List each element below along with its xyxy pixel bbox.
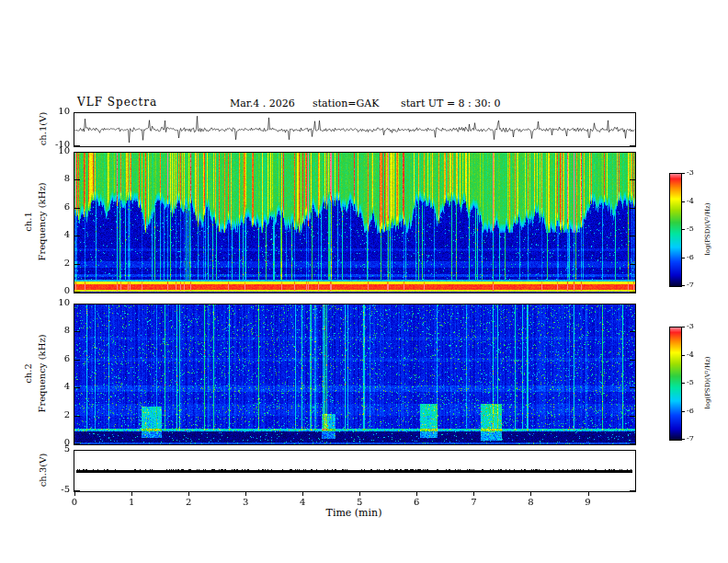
x-tick-label: 8 bbox=[521, 497, 540, 507]
y-tick-mark bbox=[74, 387, 80, 388]
colorbar-tick-mark bbox=[681, 258, 685, 259]
y-tick-mark bbox=[74, 331, 80, 332]
colorbar-ch2 bbox=[669, 327, 682, 441]
colorbar-ch1-label: log(PSD)(V²/Hz) bbox=[704, 203, 711, 256]
colorbar-tick-label: -7 bbox=[687, 281, 694, 289]
ch3-voltage-axis-label: ch.3(V) bbox=[38, 454, 48, 488]
x-tick-mark bbox=[302, 492, 303, 496]
colorbar-ch2-label: log(PSD)(V²/Hz) bbox=[704, 357, 711, 409]
colorbar-ch1-gradient bbox=[670, 174, 681, 286]
y-tick-mark bbox=[630, 416, 635, 417]
y-tick-label: 8 bbox=[44, 173, 70, 183]
y-tick-mark bbox=[630, 304, 635, 304]
colorbar-tick-mark bbox=[681, 201, 685, 202]
y-tick-mark bbox=[630, 152, 635, 153]
ch3-waveform-canvas bbox=[74, 451, 635, 491]
x-tick-mark bbox=[359, 492, 360, 496]
plot-title: VLF Spectra bbox=[77, 96, 157, 109]
ch3-waveform-panel bbox=[74, 450, 636, 492]
ch1-frequency-axis-label: Frequency (kHz) bbox=[37, 182, 47, 260]
plot-station: station=GAK bbox=[313, 98, 379, 109]
y-tick-label: 2 bbox=[44, 409, 70, 419]
y-tick-mark bbox=[74, 112, 80, 113]
plot-start-ut: start UT = 8 : 30: 0 bbox=[401, 98, 501, 109]
y-tick-mark bbox=[74, 360, 80, 361]
colorbar-tick-mark bbox=[681, 439, 685, 440]
x-tick-mark bbox=[588, 492, 589, 496]
ch2-spectrogram-canvas bbox=[74, 304, 635, 444]
y-tick-label: 4 bbox=[44, 229, 70, 239]
y-tick-label: 5 bbox=[44, 443, 70, 454]
y-tick-label: 8 bbox=[44, 325, 70, 335]
colorbar-ch1 bbox=[669, 173, 682, 287]
y-tick-mark bbox=[630, 450, 635, 451]
colorbar-tick-label: -6 bbox=[687, 407, 694, 415]
y-tick-mark bbox=[630, 208, 635, 209]
x-tick-mark bbox=[416, 492, 417, 496]
y-tick-mark bbox=[74, 264, 80, 265]
plot-date: Mar.4 . 2026 bbox=[230, 98, 295, 109]
colorbar-tick-label: -3 bbox=[687, 322, 694, 330]
x-tick-label: 9 bbox=[579, 497, 597, 507]
y-tick-label: 4 bbox=[44, 381, 70, 391]
y-tick-mark bbox=[74, 450, 80, 451]
y-tick-label: 2 bbox=[44, 258, 70, 268]
ch1-waveform-panel bbox=[74, 112, 636, 147]
x-tick-label: 5 bbox=[350, 497, 369, 507]
colorbar-tick-mark bbox=[681, 383, 685, 384]
y-tick-label: 6 bbox=[44, 353, 70, 363]
ch2-frequency-axis-label: Frequency (kHz) bbox=[37, 334, 47, 412]
ch1-spectrogram-panel bbox=[74, 152, 636, 293]
x-tick-label: 6 bbox=[407, 497, 426, 507]
x-tick-label: 1 bbox=[122, 497, 141, 507]
y-tick-mark bbox=[630, 490, 635, 491]
x-tick-label: 7 bbox=[464, 497, 483, 507]
x-tick-mark bbox=[131, 492, 132, 496]
ch2-spectrogram-panel bbox=[74, 304, 636, 445]
colorbar-tick-label: -4 bbox=[687, 197, 694, 205]
x-tick-label: 4 bbox=[293, 497, 312, 507]
y-tick-mark bbox=[630, 264, 635, 265]
y-tick-label: 10 bbox=[44, 297, 70, 307]
x-tick-label: 2 bbox=[179, 497, 198, 507]
y-tick-mark bbox=[630, 292, 635, 293]
y-tick-mark bbox=[630, 387, 635, 388]
ch1-spectrogram-canvas bbox=[74, 153, 635, 293]
y-tick-mark bbox=[74, 416, 80, 417]
y-tick-mark bbox=[630, 443, 635, 444]
x-tick-mark bbox=[188, 492, 189, 496]
colorbar-tick-mark bbox=[681, 173, 685, 174]
x-tick-label: 0 bbox=[65, 497, 84, 507]
colorbar-tick-mark bbox=[681, 229, 685, 230]
colorbar-tick-label: -5 bbox=[687, 378, 694, 386]
y-tick-mark bbox=[74, 490, 80, 491]
y-tick-mark bbox=[74, 292, 80, 293]
colorbar-tick-mark bbox=[681, 327, 685, 327]
colorbar-tick-label: -5 bbox=[687, 224, 694, 233]
y-tick-mark bbox=[630, 360, 635, 361]
y-tick-label: -5 bbox=[44, 484, 70, 494]
y-tick-mark bbox=[74, 236, 80, 236]
ch2-channel-label: ch.2 bbox=[23, 363, 33, 384]
colorbar-tick-label: -7 bbox=[687, 434, 694, 442]
ch1-channel-label: ch.1 bbox=[23, 212, 33, 232]
vlf-spectra-figure: VLF Spectra Mar.4 . 2026 station=GAK sta… bbox=[0, 0, 728, 563]
y-tick-mark bbox=[74, 443, 80, 444]
y-tick-mark bbox=[74, 208, 80, 209]
y-tick-mark bbox=[630, 331, 635, 332]
y-tick-label: 6 bbox=[44, 201, 70, 212]
x-tick-mark bbox=[473, 492, 474, 496]
x-tick-mark bbox=[245, 492, 246, 496]
y-tick-mark bbox=[74, 304, 80, 304]
x-tick-mark bbox=[530, 492, 531, 496]
y-tick-mark bbox=[630, 112, 635, 113]
colorbar-tick-label: -4 bbox=[687, 350, 694, 359]
colorbar-tick-mark bbox=[681, 411, 685, 412]
colorbar-tick-label: -6 bbox=[687, 253, 694, 261]
y-tick-label: 0 bbox=[44, 285, 70, 295]
time-axis-label: Time (min) bbox=[326, 507, 382, 519]
colorbar-tick-mark bbox=[681, 355, 685, 356]
y-tick-label: 10 bbox=[44, 106, 70, 116]
colorbar-ch2-gradient bbox=[670, 327, 681, 440]
ch1-waveform-canvas bbox=[74, 113, 635, 146]
